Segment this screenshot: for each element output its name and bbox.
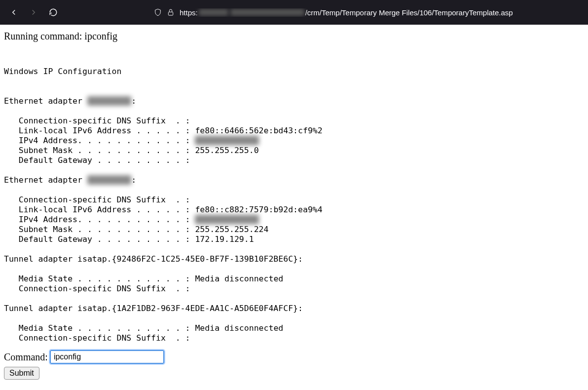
running-command-line: Running command: ipconfig (4, 31, 584, 42)
redacted-value: ███.███.██.██ (195, 136, 258, 145)
lock-icon (167, 8, 175, 16)
command-output: Windows IP Configuration Ethernet adapte… (4, 67, 584, 343)
running-label: Running command: (4, 31, 84, 41)
shield-icon (154, 8, 162, 16)
browser-toolbar: https:/crm/Temp/Temporary Merge Files/10… (0, 0, 588, 25)
reload-button[interactable] (45, 4, 61, 20)
page-content: Running command: ipconfig Windows IP Con… (0, 25, 588, 386)
redacted-value: ███.██.███.██ (195, 215, 258, 224)
command-label: Command: (4, 351, 48, 363)
url-suffix: /crm/Temp/Temporary Merge Files/106/Temp… (305, 8, 513, 17)
forward-button[interactable] (26, 4, 41, 20)
url-text: https:/crm/Temp/Temporary Merge Files/10… (180, 8, 513, 17)
running-command: ipconfig (84, 31, 117, 41)
command-row: Command: (4, 350, 584, 364)
url-redacted-path (230, 9, 304, 16)
address-bar[interactable]: https:/crm/Temp/Temporary Merge Files/10… (154, 8, 582, 17)
redacted-value: ███ █████ (87, 96, 131, 106)
submit-button[interactable]: Submit (4, 367, 39, 380)
svg-rect-0 (168, 12, 173, 15)
url-redacted-host (199, 9, 228, 16)
redacted-value: ███ █████ (87, 175, 131, 185)
command-input[interactable] (50, 350, 164, 364)
url-prefix: https: (180, 8, 198, 17)
back-button[interactable] (6, 4, 22, 20)
